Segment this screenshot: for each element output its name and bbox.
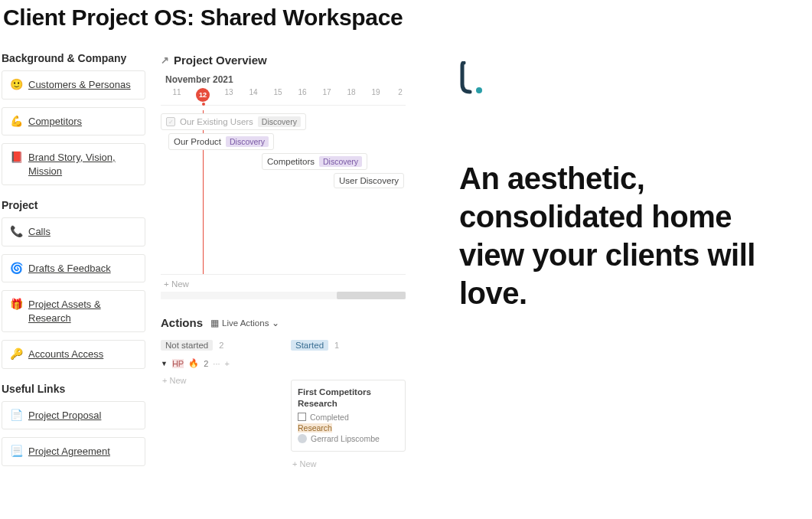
date-cell: 13 <box>223 88 234 103</box>
svg-point-0 <box>476 87 482 93</box>
kanban-new-card[interactable]: + New <box>161 373 276 388</box>
card-tag: Research <box>298 423 332 432</box>
sidebar-item-competitors[interactable]: 💪 Competitors <box>2 107 145 136</box>
hero-headline: An aesthetic, consolidated home view you… <box>459 159 781 312</box>
column-count: 1 <box>334 341 339 350</box>
hero-panel: An aesthetic, consolidated home view you… <box>406 0 812 519</box>
kanban-board: Not started 2 ▼ HP 🔥 2 ··· + + New <box>161 340 406 472</box>
actions-heading: Actions <box>161 316 203 329</box>
section-label-useful-links: Useful Links <box>2 383 145 395</box>
open-arrow-icon: ↗ <box>161 54 169 66</box>
chevron-down-icon: ⌄ <box>272 318 279 328</box>
timeline: November 2021 11 12 13 14 15 16 17 18 19… <box>161 74 406 106</box>
flex-icon: 💪 <box>10 115 22 127</box>
today-dot-icon <box>202 103 205 106</box>
sidebar-item-label: Brand Story, Vision, Mission <box>28 151 137 178</box>
fire-icon: 🔥 <box>188 358 199 368</box>
view-label: Live Actions <box>222 318 269 328</box>
sidebar-item-calls[interactable]: 📞 Calls <box>2 217 145 246</box>
gift-icon: 🎁 <box>10 298 22 310</box>
sidebar-item-drafts-feedback[interactable]: 🌀 Drafts & Feedback <box>2 254 145 283</box>
bar-title: User Discovery <box>339 176 399 185</box>
sidebar-item-label: Project Agreement <box>28 445 110 459</box>
timeline-bar-existing-users[interactable]: ✓ Our Existing Users Discovery <box>161 113 306 130</box>
bar-title: Our Product <box>174 137 221 146</box>
bar-title: Competitors <box>267 157 315 166</box>
kanban-new-card[interactable]: + New <box>291 456 406 472</box>
sidebar-item-customers-personas[interactable]: 🙂 Customers & Personas <box>2 70 145 100</box>
sidebar-item-project-proposal[interactable]: 📄 Project Proposal <box>2 401 145 430</box>
gantt-area[interactable]: ✓ Our Existing Users Discovery Our Produ… <box>161 110 406 274</box>
page-title: Client Project OS: Shared Workspace <box>0 0 406 52</box>
brand-logo-icon <box>459 61 485 95</box>
kanban-column-not-started: Not started 2 ▼ HP 🔥 2 ··· + + New <box>161 340 276 472</box>
doc-icon: 📄 <box>10 409 22 421</box>
view-switcher[interactable]: ▦ Live Actions ⌄ <box>210 318 279 328</box>
sidebar-item-label: Project Proposal <box>28 409 101 423</box>
sidebar-item-label: Project Assets & Research <box>28 298 137 325</box>
sidebar-item-label: Accounts Access <box>28 348 103 361</box>
status-tag: Not started <box>161 340 213 351</box>
kanban-subgroup[interactable]: ▼ HP 🔥 2 ··· + <box>161 358 276 368</box>
timeline-bar-competitors[interactable]: Competitors Discovery <box>262 153 367 170</box>
date-cell: 2 <box>395 88 406 103</box>
sidebar-item-brand-story[interactable]: 📕 Brand Story, Vision, Mission <box>2 143 145 185</box>
project-overview-header[interactable]: ↗ Project Overview <box>161 54 406 67</box>
bar-status: Discovery <box>319 156 362 167</box>
date-cell: 16 <box>297 88 308 103</box>
date-cell: 19 <box>370 88 381 103</box>
swirl-icon: 🌀 <box>10 262 22 274</box>
bar-status: Discovery <box>226 136 269 147</box>
bar-title: Our Existing Users <box>180 117 253 126</box>
sidebar-item-label: Drafts & Feedback <box>28 262 111 276</box>
sidebar-item-label: Competitors <box>28 115 82 129</box>
card-prop-completed: Completed <box>310 413 349 422</box>
section-label-background: Background & Company <box>2 52 145 64</box>
horizontal-scrollbar[interactable] <box>161 292 406 299</box>
key-icon: 🔑 <box>10 348 22 360</box>
date-cell: 11 <box>171 88 182 103</box>
card-title: First Competitors Research <box>298 387 399 410</box>
board-icon: ▦ <box>210 318 219 328</box>
caret-down-icon: ▼ <box>161 360 168 367</box>
phone-icon: 📞 <box>10 225 22 237</box>
column-count: 2 <box>219 341 223 350</box>
date-cell: 15 <box>272 88 283 103</box>
timeline-bar-user-discovery[interactable]: User Discovery <box>334 173 404 188</box>
book-icon: 📕 <box>10 151 22 163</box>
card-assignee: Gerrard Lipscombe <box>311 434 380 443</box>
project-overview-title: Project Overview <box>174 54 267 67</box>
sidebar-item-label: Customers & Personas <box>28 78 131 92</box>
today-marker: 12 <box>196 88 210 102</box>
sidebar: Background & Company 🙂 Customers & Perso… <box>0 52 145 480</box>
date-cell: 18 <box>346 88 357 103</box>
section-label-project: Project <box>2 199 145 211</box>
timeline-new-button[interactable]: + New <box>161 274 406 293</box>
bar-status: Discovery <box>258 116 301 127</box>
date-cell: 14 <box>248 88 259 103</box>
kanban-column-header[interactable]: Started 1 <box>291 340 406 351</box>
smile-icon: 🙂 <box>10 78 22 90</box>
main-content: ↗ Project Overview November 2021 11 12 1… <box>161 52 406 480</box>
timeline-bar-our-product[interactable]: Our Product Discovery <box>168 133 274 150</box>
sidebar-item-project-agreement[interactable]: 📃 Project Agreement <box>2 437 145 466</box>
page-icon: 📃 <box>10 445 22 457</box>
avatar-icon <box>298 434 307 443</box>
date-cell: 17 <box>321 88 332 103</box>
scrollbar-thumb[interactable] <box>337 292 406 299</box>
date-row: 11 12 13 14 15 16 17 18 19 2 <box>161 88 406 103</box>
checkbox-icon[interactable] <box>298 413 306 421</box>
subgroup-tag: HP <box>172 359 184 368</box>
add-icon[interactable]: + <box>225 359 230 368</box>
more-icon[interactable]: ··· <box>213 359 220 368</box>
kanban-card[interactable]: First Competitors Research Completed Res… <box>291 380 406 452</box>
sidebar-item-accounts-access[interactable]: 🔑 Accounts Access <box>2 340 145 369</box>
kanban-column-header[interactable]: Not started 2 <box>161 340 276 351</box>
status-tag: Started <box>291 340 328 351</box>
sidebar-item-label: Calls <box>28 225 51 239</box>
month-label: November 2021 <box>165 74 406 85</box>
sidebar-item-assets-research[interactable]: 🎁 Project Assets & Research <box>2 290 145 332</box>
kanban-column-started: Started 1 First Competitors Research Com… <box>291 340 406 472</box>
subgroup-count: 2 <box>204 359 208 368</box>
check-icon: ✓ <box>166 117 175 126</box>
